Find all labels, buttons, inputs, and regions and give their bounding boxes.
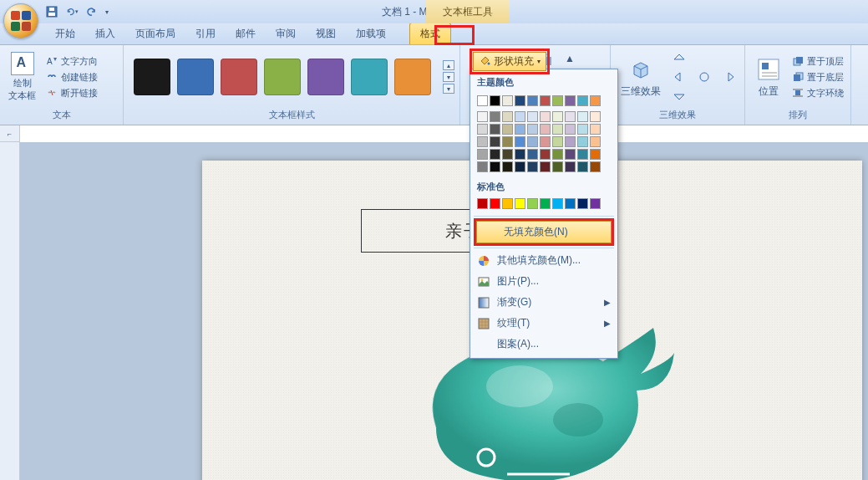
shape-fill-button[interactable]: 形状填充 ▾ xyxy=(473,52,546,71)
break-link-button[interactable]: 断开链接 xyxy=(43,86,101,100)
tab-insert[interactable]: 插入 xyxy=(85,23,125,44)
textbox-style-swatch[interactable] xyxy=(221,59,257,95)
color-swatch[interactable] xyxy=(527,95,538,106)
tab-home[interactable]: 开始 xyxy=(45,23,85,44)
color-swatch[interactable] xyxy=(490,136,500,147)
text-wrap-button[interactable]: 文字环绕 xyxy=(790,86,845,100)
position-button[interactable]: 位置 xyxy=(750,54,787,100)
color-swatch[interactable] xyxy=(477,95,488,106)
color-swatch[interactable] xyxy=(590,136,601,147)
textbox-style-swatch[interactable] xyxy=(134,59,170,95)
tab-references[interactable]: 引用 xyxy=(185,23,226,44)
color-swatch[interactable] xyxy=(590,161,601,172)
textbox-style-swatch[interactable] xyxy=(351,59,388,95)
redo-icon[interactable] xyxy=(85,5,99,18)
color-swatch[interactable] xyxy=(477,124,488,135)
color-swatch[interactable] xyxy=(540,149,551,160)
gallery-more-button[interactable]: ▾ xyxy=(443,84,454,94)
color-swatch[interactable] xyxy=(502,95,513,106)
create-link-button[interactable]: 创建链接 xyxy=(43,70,101,84)
color-swatch[interactable] xyxy=(477,149,488,160)
color-swatch[interactable] xyxy=(552,111,563,122)
color-swatch[interactable] xyxy=(490,149,500,160)
textbox-style-swatch[interactable] xyxy=(394,59,431,95)
send-back-button[interactable]: 置于底层 xyxy=(790,70,845,84)
color-swatch[interactable] xyxy=(502,124,513,135)
tab-format[interactable]: 格式 xyxy=(409,23,451,44)
tilt-right-icon[interactable] xyxy=(719,69,739,85)
gallery-up-button[interactable]: ▴ xyxy=(443,60,454,70)
vertical-ruler[interactable] xyxy=(0,142,20,480)
tab-mail[interactable]: 邮件 xyxy=(226,23,266,44)
color-swatch[interactable] xyxy=(540,136,551,147)
color-swatch[interactable] xyxy=(540,161,551,172)
tilt-reset-icon[interactable] xyxy=(694,69,714,85)
color-swatch[interactable] xyxy=(477,161,488,172)
document-workspace[interactable]: 亲子沙龙 xyxy=(20,142,868,480)
gallery-down-button[interactable]: ▾ xyxy=(443,72,454,82)
picture-fill-item[interactable]: 图片(P)... xyxy=(470,271,617,292)
color-swatch[interactable] xyxy=(565,95,576,106)
color-swatch[interactable] xyxy=(540,124,551,135)
textbox-style-swatch[interactable] xyxy=(307,59,344,95)
color-swatch[interactable] xyxy=(552,95,563,106)
color-swatch[interactable] xyxy=(577,124,588,135)
color-swatch[interactable] xyxy=(540,95,551,106)
color-swatch[interactable] xyxy=(565,124,576,135)
nudge-up-icon[interactable]: ▲ xyxy=(560,50,580,67)
color-swatch[interactable] xyxy=(527,198,538,209)
color-swatch[interactable] xyxy=(527,161,538,172)
color-swatch[interactable] xyxy=(515,161,525,172)
color-swatch[interactable] xyxy=(490,124,500,135)
tab-review[interactable]: 审阅 xyxy=(266,23,306,44)
color-swatch[interactable] xyxy=(552,198,563,209)
color-swatch[interactable] xyxy=(565,198,576,209)
color-swatch[interactable] xyxy=(515,124,525,135)
color-swatch[interactable] xyxy=(515,149,525,160)
color-swatch[interactable] xyxy=(565,136,576,147)
save-icon[interactable] xyxy=(45,5,58,18)
threed-effect-button[interactable]: 三维效果 xyxy=(616,54,666,100)
color-swatch[interactable] xyxy=(502,136,513,147)
color-swatch[interactable] xyxy=(565,111,576,122)
color-swatch[interactable] xyxy=(590,198,601,209)
color-swatch[interactable] xyxy=(590,95,601,106)
office-button[interactable] xyxy=(3,3,38,38)
tab-addin[interactable]: 加载项 xyxy=(346,23,396,44)
color-swatch[interactable] xyxy=(590,149,601,160)
color-swatch[interactable] xyxy=(527,149,538,160)
tab-layout[interactable]: 页面布局 xyxy=(125,23,185,44)
color-swatch[interactable] xyxy=(490,198,500,209)
color-swatch[interactable] xyxy=(540,111,551,122)
color-swatch[interactable] xyxy=(552,136,563,147)
color-swatch[interactable] xyxy=(590,124,601,135)
color-swatch[interactable] xyxy=(515,95,525,106)
no-fill-item[interactable]: 无填充颜色(N) xyxy=(476,221,612,243)
color-swatch[interactable] xyxy=(502,198,513,209)
text-direction-button[interactable]: A文字方向 xyxy=(43,54,101,69)
tab-view[interactable]: 视图 xyxy=(306,23,346,44)
color-swatch[interactable] xyxy=(577,161,588,172)
bring-front-button[interactable]: 置于顶层 xyxy=(790,54,845,69)
color-swatch[interactable] xyxy=(552,161,563,172)
draw-textbox-button[interactable]: 绘制 文本框 xyxy=(5,52,39,102)
color-swatch[interactable] xyxy=(577,95,588,106)
color-swatch[interactable] xyxy=(527,124,538,135)
color-swatch[interactable] xyxy=(477,198,488,209)
color-swatch[interactable] xyxy=(540,198,551,209)
pattern-fill-item[interactable]: 图案(A)... xyxy=(470,334,617,355)
tilt-left-icon[interactable] xyxy=(669,69,689,85)
color-swatch[interactable] xyxy=(565,149,576,160)
gradient-fill-item[interactable]: 渐变(G) ▶ xyxy=(470,292,617,313)
tilt-up-icon[interactable] xyxy=(669,50,689,67)
color-swatch[interactable] xyxy=(590,111,601,122)
color-swatch[interactable] xyxy=(490,161,500,172)
textbox-style-swatch[interactable] xyxy=(177,59,214,95)
color-swatch[interactable] xyxy=(577,111,588,122)
color-swatch[interactable] xyxy=(490,111,500,122)
color-swatch[interactable] xyxy=(552,124,563,135)
undo-icon[interactable]: ▾ xyxy=(65,5,79,18)
color-swatch[interactable] xyxy=(502,111,513,122)
color-swatch[interactable] xyxy=(502,161,513,172)
color-swatch[interactable] xyxy=(515,111,525,122)
